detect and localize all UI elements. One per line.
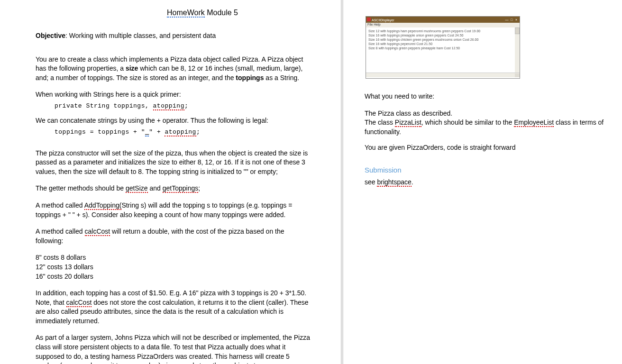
- code-line-1: private String toppings, atopping;: [55, 102, 312, 109]
- minimize-icon: —: [504, 18, 509, 21]
- submission-text: see brightspace.: [365, 177, 615, 187]
- app-icon: [367, 18, 371, 21]
- output-line: Size 16 with toppings peperonni Cost 21.…: [368, 42, 512, 46]
- para-addtopping: A method called AddTopping(String s) wil…: [36, 201, 312, 219]
- objective: Objective: Working with multiple classes…: [36, 31, 312, 41]
- embed-statusbar: [366, 73, 520, 77]
- code-line-2: toppings = toppings + " " + atopping;: [55, 128, 312, 136]
- embedded-screenshot: ASCIIDisplayer —□× File Help Size 12 wit…: [366, 16, 520, 79]
- para-primer: When working with Strings here is a quic…: [36, 90, 312, 100]
- write-item: The class PizzaList, which should be sim…: [365, 118, 615, 136]
- title-word: HomeWork: [167, 9, 205, 18]
- para-getters: The getter methods should be getSize and…: [36, 184, 312, 193]
- cost-list: 8" costs 8 dollars 12" costs 13 dollars …: [36, 253, 312, 281]
- output-line: Size 16 with toppings chicken green pepp…: [368, 37, 512, 42]
- para-intro: You are to create a class which implemen…: [36, 55, 312, 83]
- para-concat: We can concatenate strings by using the …: [36, 116, 312, 126]
- para-topping-cost: In addition, each topping has a cost of …: [36, 289, 312, 326]
- maximize-icon: □: [509, 18, 514, 21]
- cost-item: 16" costs 20 dollars: [36, 272, 312, 282]
- cost-item: 12" costs 13 dollars: [36, 263, 312, 272]
- write-heading: What you need to write:: [365, 92, 615, 101]
- output-line: Size 16 with toppings pineapple onion gr…: [368, 33, 512, 37]
- embed-content: Size 12 with toppings ham peperonni mush…: [366, 27, 520, 73]
- scrollbar-thumb: [515, 27, 520, 34]
- close-icon: ×: [514, 18, 519, 21]
- page-right: ASCIIDisplayer —□× File Help Size 12 wit…: [343, 0, 622, 364]
- objective-label: Objective: [36, 32, 65, 39]
- scrollbar-down: [515, 73, 520, 77]
- para-larger-system: As part of a larger system, Johns Pizza …: [36, 333, 312, 364]
- cost-item: 8" costs 8 dollars: [36, 253, 312, 263]
- embed-menubar: File Help: [366, 23, 520, 27]
- output-line: Size 8 with toppings green peppers pinea…: [368, 46, 512, 50]
- embed-titlebar: ASCIIDisplayer —□×: [366, 17, 520, 23]
- output-line: Size 12 with toppings ham peperonni mush…: [368, 29, 512, 33]
- right-content: What you need to write: The Pizza class …: [365, 92, 615, 187]
- embed-title: ASCIIDisplayer: [372, 18, 394, 22]
- title-rest: Module 5: [205, 9, 238, 17]
- submission-heading: Submission: [365, 165, 615, 176]
- write-item: You are given PizzaOrders, code is strai…: [365, 143, 615, 153]
- page-left: HomeWork Module 5 Objective: Working wit…: [0, 0, 341, 364]
- objective-text: : Working with multiple classes, and per…: [65, 32, 216, 39]
- para-constructor: The pizza constructor will set the size …: [36, 149, 312, 177]
- para-calccost: A method called calcCost will return a d…: [36, 227, 312, 246]
- window-controls: —□×: [504, 18, 519, 21]
- write-item: The Pizza class as described.: [365, 109, 615, 118]
- document-title: HomeWork Module 5: [92, 9, 312, 17]
